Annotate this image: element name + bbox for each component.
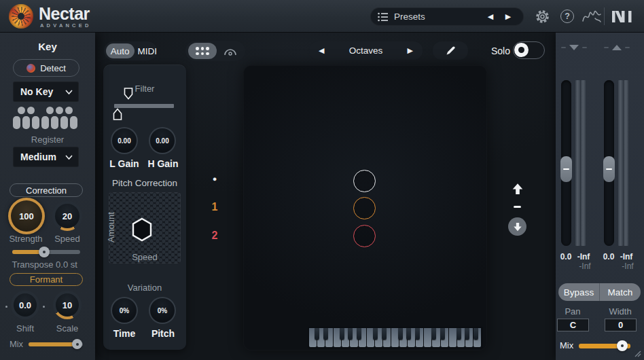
voice-2-node[interactable] [353,225,376,247]
shift-knob[interactable]: 0.0 [11,291,39,319]
scale-knob[interactable]: 10 [53,291,82,319]
piano-black-key[interactable] [440,328,445,340]
auto-midi-toggle[interactable]: Auto MIDI [104,41,157,60]
preset-prev-button[interactable]: ◀ [483,7,498,26]
piano-black-key[interactable] [406,328,411,340]
speed-label: Speed [20,234,115,244]
piano-black-key[interactable] [415,328,420,340]
black-key-dot [65,107,73,114]
transpose-slider[interactable] [12,250,80,254]
output-fader-handle[interactable] [603,156,615,182]
h-gain-value: 0.00 [156,137,168,145]
piano-black-key[interactable] [465,328,469,340]
white-key-pill [32,116,39,129]
sidebar-mix-handle[interactable] [72,339,82,349]
piano-black-key[interactable] [398,328,403,340]
speed-value: 20 [62,211,72,221]
piano-keyboard [308,327,483,348]
scale-label: Scale [20,323,115,334]
octave-view-selector[interactable]: ◀ Octaves ▶ [309,41,423,60]
help-button[interactable]: ? [559,0,575,33]
filter-high-handle[interactable] [124,88,133,100]
piano-black-key[interactable] [382,328,387,340]
piano-white-key[interactable] [449,328,457,347]
correction-section-button[interactable]: Correction [10,183,83,197]
signature-button[interactable] [581,0,603,33]
pitch-value: 0% [158,307,167,314]
view-mode-toggle[interactable] [185,41,245,61]
variation-time-knob[interactable]: 0% [111,297,138,324]
register-select[interactable]: Medium [13,147,79,167]
settings-button[interactable] [534,0,550,33]
octave-down-button[interactable] [508,217,526,236]
input-gain-fader[interactable] [561,80,571,246]
midi-segment[interactable]: MIDI [138,46,158,56]
output-mix-handle[interactable] [617,340,628,351]
width-field[interactable]: 0 [605,319,637,331]
solo-toggle[interactable] [513,41,545,59]
white-key-pill [51,116,58,129]
l-gain-knob[interactable]: 0.00 [111,127,138,154]
piano-black-key[interactable] [357,328,361,340]
speed-knob[interactable]: 20 [52,201,82,231]
input-fader-handle[interactable] [560,156,572,182]
transpose-slider-handle[interactable] [39,247,50,257]
h-gain-knob[interactable]: 0.00 [149,127,176,154]
octave-up-button[interactable] [512,183,524,195]
ni-logo-button[interactable] [611,0,635,33]
input-meter-icon[interactable] [561,45,587,50]
output-meter-icon[interactable] [604,45,630,50]
filter-low-handle[interactable] [113,108,122,120]
triangle-down-icon [569,45,579,50]
voice-2-indicator[interactable]: 2 [207,230,223,242]
edit-tool-button[interactable] [433,41,468,60]
voice-main-node[interactable] [353,170,376,192]
piano-black-key[interactable] [340,328,344,340]
voice-1-node[interactable] [353,197,376,219]
filter-slider-track[interactable] [114,104,174,108]
shift-value: 0.0 [19,300,31,310]
key-section-title: Key [0,41,95,52]
variation-pitch-knob[interactable]: 0% [149,297,176,324]
octave-reset-button[interactable] [514,206,521,208]
arc-view-icon[interactable] [223,46,238,56]
grid-view-button[interactable] [188,43,217,59]
match-button[interactable]: Match [600,283,641,301]
piano-white-key[interactable] [424,328,431,347]
key-select[interactable]: No Key [13,82,79,102]
strength-knob[interactable]: 100 [8,198,45,234]
resize-handle[interactable] [633,349,641,357]
amount-axis-label: Amount [106,204,116,251]
view-next-button[interactable]: ▶ [408,46,413,55]
nectar-logo-icon [9,4,33,29]
view-label: Octaves [324,46,407,56]
piano-black-key[interactable] [457,328,461,340]
piano-black-key[interactable] [373,328,378,340]
sidebar-mix-slider[interactable] [29,342,83,346]
brand-title: Nectar [39,4,90,24]
voice-main-indicator[interactable]: ● [207,175,223,183]
black-key-dot [56,107,63,114]
piano-black-key[interactable] [323,328,328,340]
output-mix-slider[interactable] [579,344,630,348]
view-prev-button[interactable]: ◀ [319,46,324,55]
output-meter-left [618,80,623,246]
detect-key-button[interactable]: Detect [13,59,79,77]
piano-black-key[interactable] [473,328,478,340]
bypass-button[interactable]: Bypass [558,283,600,301]
output-gain-fader[interactable] [604,80,614,246]
piano-black-key[interactable] [431,328,436,340]
xy-pad-hexagon-handle[interactable] [131,217,153,242]
preset-next-button[interactable]: ▶ [501,7,516,26]
top-bar: Nectar ADVANCED Presets ◀ ▶ ? [0,0,644,33]
pan-field[interactable]: C [557,319,589,331]
piano-black-key[interactable] [348,328,353,340]
auto-segment[interactable]: Auto [106,43,135,58]
presets-selector[interactable]: Presets ◀ ▶ [370,7,524,26]
pitch-display-panel[interactable] [243,65,487,350]
input-meter-value: -Inf [572,252,595,262]
formant-button[interactable]: Formant [10,273,83,286]
pitch-correction-xy-pad[interactable]: Amount Speed [109,192,181,264]
voice-1-indicator[interactable]: 1 [207,201,223,213]
piano-black-key[interactable] [315,328,319,340]
